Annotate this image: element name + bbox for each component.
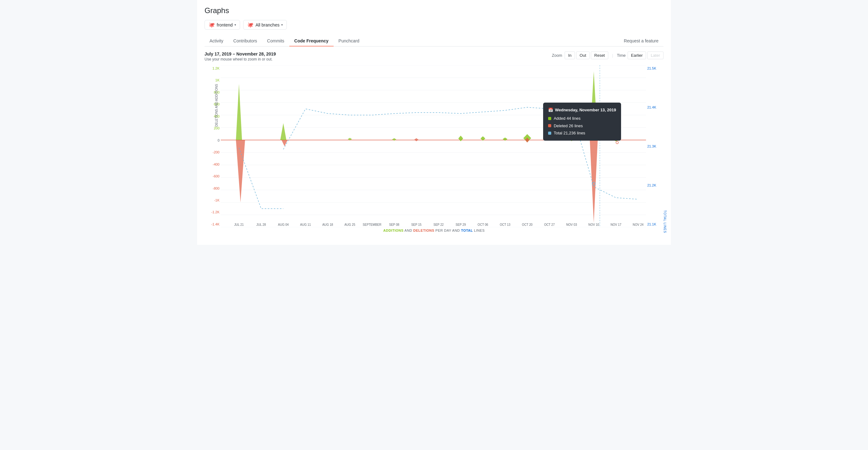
y-left-0: 0 <box>205 139 219 142</box>
x-label-jul21: JUL 21 <box>234 223 244 227</box>
zoom-label: Zoom <box>552 53 562 58</box>
repo-dropdown[interactable]: 🐙 frontend ▾ <box>205 20 240 30</box>
tab-code-frequency[interactable]: Code Frequency <box>289 36 334 47</box>
footer-total: TOTAL <box>461 229 473 232</box>
x-label-aug11: AUG 11 <box>300 223 311 227</box>
x-label-sep29: SEP 29 <box>456 223 466 227</box>
x-label-nov24: NOV 24 <box>632 223 644 227</box>
y-axis-left-label: DELETIONS AND ADDITIONS <box>215 84 218 127</box>
time-later-button[interactable]: Later <box>647 52 663 59</box>
addition-spike-aug04 <box>280 123 286 140</box>
time-label: Time <box>617 53 625 58</box>
circle-nov17-red <box>616 141 619 144</box>
zoom-controls: Zoom In Out Reset | Time Earlier Later <box>552 52 663 59</box>
addition-spike-nov10 <box>590 71 598 140</box>
y-right-214k: 21.4K <box>647 106 663 109</box>
nav-tabs: Activity Contributors Commits Code Frequ… <box>205 36 663 47</box>
chart-footer: ADDITIONS AND DELETIONS PER DAY AND TOTA… <box>205 229 663 232</box>
x-label-oct13: OCT 13 <box>500 223 510 227</box>
branch-icon: 🐙 <box>247 22 253 28</box>
zoom-reset-button[interactable]: Reset <box>591 52 608 59</box>
y-left-neg1400: -1.4K <box>205 222 219 226</box>
chevron-down-icon: ▾ <box>235 23 236 27</box>
x-label-nov10: NOV 10 <box>588 223 599 227</box>
x-label-nov03: NOV 03 <box>566 223 577 227</box>
x-label-nov17: NOV 17 <box>611 223 621 227</box>
y-left-neg800: -800 <box>205 186 219 190</box>
y-left-1200: 1.2K <box>205 66 219 70</box>
chart-date-range: July 17, 2019 – November 28, 2019 <box>205 52 276 56</box>
main-chart-svg: .grid-line { stroke: #e1e4e8; stroke-wid… <box>221 65 646 227</box>
y-left-neg600: -600 <box>205 174 219 178</box>
y-right-212k: 21.2K <box>647 183 663 187</box>
y-left-200: 200 <box>205 126 219 130</box>
branch-dropdown[interactable]: 🐙 All branches ▾ <box>243 20 287 30</box>
y-right-211k: 21.1K <box>647 222 663 226</box>
toolbar: 🐙 frontend ▾ 🐙 All branches ▾ <box>205 20 663 30</box>
deletion-spike-jul21 <box>236 140 245 202</box>
time-earlier-button[interactable]: Earlier <box>628 52 646 59</box>
footer-deletions: DELETIONS <box>413 229 434 232</box>
chart-header: July 17, 2019 – November 28, 2019 Use yo… <box>205 52 663 61</box>
total-line-late <box>571 111 638 199</box>
zoom-in-button[interactable]: In <box>565 52 575 59</box>
y-axis-right: 21.5K 21.4K 21.3K 21.2K 21.1K <box>647 65 663 227</box>
zoom-sep: | <box>612 53 613 58</box>
footer-lines: LINES <box>474 229 485 232</box>
deletion-spike-nov10 <box>590 140 598 223</box>
x-label-aug04: AUG 04 <box>278 223 289 227</box>
x-label-aug18: AUG 18 <box>322 223 333 227</box>
y-left-neg1000: -1K <box>205 198 219 202</box>
request-feature-link[interactable]: Request a feature <box>619 36 663 47</box>
footer-additions: ADDITIONS <box>383 229 403 232</box>
x-label-sep08: SEP 08 <box>389 223 399 227</box>
footer-and: AND <box>404 229 413 232</box>
total-line-early <box>239 148 283 209</box>
y-left-neg1200: -1.2K <box>205 210 219 214</box>
total-line-mid <box>283 107 572 149</box>
x-label-jul28: JUL 28 <box>256 223 266 227</box>
tab-contributors[interactable]: Contributors <box>228 36 262 47</box>
branch-label: All branches <box>255 23 279 27</box>
chevron-down-icon-2: ▾ <box>281 23 283 27</box>
diamond-nov03 <box>569 137 574 141</box>
x-label-sep15: SEP 15 <box>411 223 422 227</box>
repo-label: frontend <box>217 23 232 27</box>
x-label-oct20: OCT 20 <box>522 223 532 227</box>
x-label-sep22: SEP 22 <box>433 223 444 227</box>
page-title: Graphs <box>205 6 663 15</box>
y-left-neg400: -400 <box>205 162 219 166</box>
x-label-aug25: AUG 25 <box>344 223 355 227</box>
x-label-sep: SEPTEMBER <box>363 223 381 227</box>
diamond-sep08 <box>392 138 396 141</box>
x-label-oct27: OCT 27 <box>544 223 555 227</box>
chart-subtitle: Use your mouse wheel to zoom in or out. <box>205 57 276 61</box>
y-right-213k: 21.3K <box>647 144 663 148</box>
circle-nov17-green <box>615 138 618 141</box>
org-icon: 🐙 <box>209 22 215 28</box>
y-left-neg200: -200 <box>205 150 219 154</box>
x-label-oct06: OCT 06 <box>478 223 488 227</box>
diamond-sep15-red <box>414 138 419 141</box>
y-right-215k: 21.5K <box>647 66 663 70</box>
y-axis-right-label: TOTAL LINES <box>663 141 666 245</box>
diamond-sep29 <box>458 136 463 141</box>
addition-spike-jul21-main <box>236 84 242 140</box>
tab-commits[interactable]: Commits <box>262 36 289 47</box>
page-container: Graphs 🐙 frontend ▾ 🐙 All branches ▾ Act… <box>197 0 671 245</box>
tab-activity[interactable]: Activity <box>205 36 228 47</box>
zoom-out-button[interactable]: Out <box>576 52 590 59</box>
y-left-1000: 1K <box>205 78 219 82</box>
tab-punchcard[interactable]: Punchcard <box>334 36 365 47</box>
footer-per: PER DAY AND <box>436 229 461 232</box>
chart-svg-container: .grid-line { stroke: #e1e4e8; stroke-wid… <box>221 65 646 227</box>
